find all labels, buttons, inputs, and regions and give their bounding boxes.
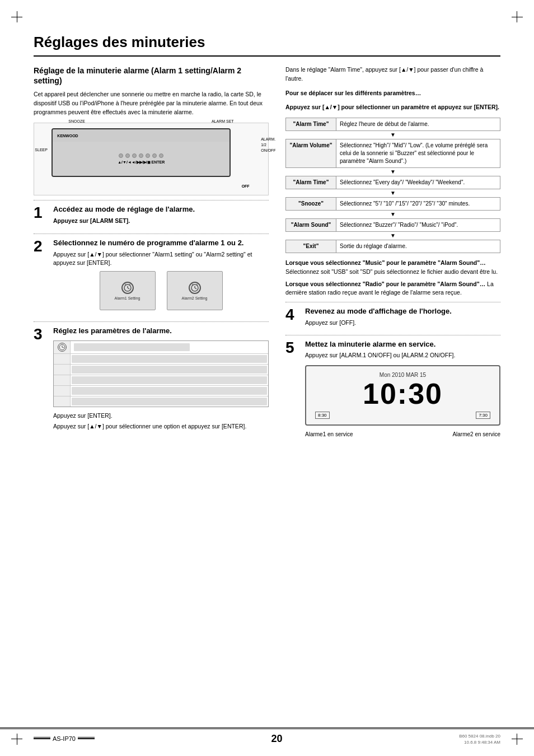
corner-mark-tl bbox=[11, 11, 22, 22]
step-4-number: 4 bbox=[285, 307, 299, 329]
step-4-content: Revenez au mode d'affichage de l'horloge… bbox=[305, 307, 500, 329]
param-desc-4: Sélectionnez "Buzzer"/ "Radio"/ "Music"/… bbox=[336, 219, 500, 232]
page-title: Réglages des minuteries bbox=[34, 34, 500, 57]
param-name-4: "Alarm Sound" bbox=[286, 219, 336, 232]
device-main-body: ▲/▼/◄◄/▶▶/▶/◼ ENTER bbox=[53, 142, 229, 176]
settings-bar bbox=[74, 343, 190, 351]
alarm-labels-row: Alarme1 en service Alarme2 en service bbox=[305, 431, 500, 437]
alarm-12: 1/2 bbox=[261, 142, 275, 148]
controls-label: ▲/▼/◄◄/▶▶/▶/◼ ENTER bbox=[118, 160, 165, 165]
section-title: Réglage de la minuterie alarme (Alarm 1 … bbox=[34, 66, 269, 86]
step-2-title: Sélectionnez le numéro de programme d'al… bbox=[53, 239, 269, 248]
footer-right: B60 5824 08.indb 20 10.6.8 9:48:34 AM bbox=[459, 732, 500, 745]
speaker-dot bbox=[159, 153, 163, 158]
settings-icon bbox=[54, 341, 71, 353]
footer-filename: B60 5824 08.indb 20 bbox=[459, 734, 500, 739]
settings-row-4 bbox=[54, 386, 268, 396]
device-top-bar: KENWOOD bbox=[53, 129, 229, 142]
settings-row-2 bbox=[54, 365, 268, 375]
step-1-sub: Appuyez sur [ALARM SET]. bbox=[53, 217, 269, 225]
note-1: Lorsque vous sélectionnez "Radio" pour l… bbox=[285, 280, 500, 298]
step-2-sub: Appuyez sur [▲/▼] pour sélectionner "Ala… bbox=[53, 250, 269, 267]
step-3-number: 3 bbox=[34, 326, 48, 432]
param-row-4: "Alarm Sound"Sélectionnez "Buzzer"/ "Rad… bbox=[286, 219, 500, 232]
settings-row-4-icon bbox=[54, 386, 71, 396]
alarm-2-time: 7:30 bbox=[476, 412, 490, 419]
right-intro-2: Pour se déplacer sur les différents para… bbox=[285, 89, 500, 98]
device-controls: ▲/▼/◄◄/▶▶/▶/◼ ENTER bbox=[118, 160, 165, 165]
clock-time: 10:30 bbox=[315, 379, 490, 408]
divider-right-1 bbox=[285, 302, 500, 302]
alarm2-en-service: Alarme2 en service bbox=[452, 431, 500, 437]
param-arrow-2: ▼ bbox=[286, 189, 500, 198]
param-row-1: "Alarm Volume"Sélectionnez "High"/ "Mid"… bbox=[286, 139, 500, 168]
param-desc-5: Sortie du réglage d'alarme. bbox=[336, 240, 500, 253]
alarm-1-time: 8:30 bbox=[315, 412, 330, 419]
clock-alarm-1: 8:30 bbox=[315, 412, 330, 419]
step-5-sub: Appuyez sur [ALARM.1 ON/OFF] ou [ALARM.2… bbox=[305, 351, 500, 360]
settings-bar-5 bbox=[72, 398, 267, 405]
param-row-2: "Alarm Time"Sélectionnez "Every day"/ "W… bbox=[286, 176, 500, 189]
svg-line-7 bbox=[195, 288, 196, 289]
param-name-5: "Exit" bbox=[286, 240, 336, 253]
step-3-title: Réglez les paramètres de l'alarme. bbox=[53, 326, 269, 336]
clock-alarm-2: 7:30 bbox=[476, 412, 490, 419]
clock-display: Mon 2010 MAR 15 10:30 8:30 7:30 bbox=[305, 365, 500, 426]
footer: AS-IP70 20 B60 5824 08.indb 20 10.6.8 9:… bbox=[0, 727, 534, 745]
settings-bar-4 bbox=[72, 387, 267, 395]
svg-rect-15 bbox=[78, 738, 95, 739]
settings-row-icon bbox=[54, 341, 268, 354]
footer-timestamp: 10.6.8 9:48:34 AM bbox=[459, 740, 500, 745]
svg-line-2 bbox=[128, 288, 129, 289]
param-desc-0: Réglez l'heure de début de l'alarme. bbox=[336, 118, 500, 131]
step-3-content: Réglez les paramètres de l'alarme. bbox=[53, 326, 269, 432]
settings-row-1-icon bbox=[54, 354, 71, 364]
step-4-title: Revenez au mode d'affichage de l'horloge… bbox=[305, 307, 500, 316]
clock-alarms: 8:30 7:30 bbox=[315, 412, 490, 419]
param-row-0: "Alarm Time"Réglez l'heure de début de l… bbox=[286, 118, 500, 131]
page-number: 20 bbox=[271, 733, 283, 745]
param-name-2: "Alarm Time" bbox=[286, 176, 336, 189]
param-desc-1: Sélectionnez "High"/ "Mid"/ "Low". (Le v… bbox=[336, 139, 500, 168]
corner-mark-tr bbox=[512, 11, 523, 22]
alarm-2-icon bbox=[189, 282, 201, 294]
speaker-dot bbox=[139, 153, 143, 158]
param-arrow-4: ▼ bbox=[286, 232, 500, 240]
divider-2 bbox=[34, 234, 269, 234]
alarm-screens: Alarm1 Setting bbox=[53, 271, 269, 310]
param-arrow-0: ▼ bbox=[286, 131, 500, 139]
content-columns: Réglage de la minuterie alarme (Alarm 1 … bbox=[34, 66, 500, 443]
device-diagram: SNOOZE ALARM SET SLEEP KENWOOD bbox=[34, 123, 269, 195]
step-2-number: 2 bbox=[34, 239, 48, 315]
settings-row-5-icon bbox=[54, 396, 71, 407]
settings-row-2-icon bbox=[54, 365, 71, 375]
snooze-label: SNOOZE bbox=[68, 119, 85, 123]
model-label: AS-IP70 bbox=[53, 735, 76, 742]
svg-line-12 bbox=[62, 347, 64, 348]
param-row-3: "Snooze"Sélectionnez "5"/ "10" /"15"/ "2… bbox=[286, 198, 500, 211]
device-body: KENWOOD bbox=[51, 128, 231, 177]
speaker-dot bbox=[125, 153, 130, 158]
right-column: Dans le réglage "Alarm Time", appuyez su… bbox=[285, 66, 500, 443]
intro-text: Cet appareil peut déclencher une sonneri… bbox=[34, 90, 269, 116]
settings-row-3-icon bbox=[54, 375, 71, 385]
alarm-screen-2: Alarm2 Setting bbox=[167, 271, 223, 310]
speaker-dot bbox=[152, 153, 157, 158]
param-name-0: "Alarm Time" bbox=[286, 118, 336, 131]
param-arrow-3: ▼ bbox=[286, 211, 500, 219]
right-intro-1: Dans le réglage "Alarm Time", appuyez su… bbox=[285, 66, 500, 83]
svg-rect-13 bbox=[34, 738, 50, 739]
param-row-5: "Exit"Sortie du réglage d'alarme. bbox=[286, 240, 500, 253]
settings-row-3 bbox=[54, 375, 268, 386]
svg-rect-14 bbox=[34, 737, 50, 738]
settings-row-5 bbox=[54, 396, 268, 407]
alarm-onoff: ON/OFF bbox=[261, 148, 275, 153]
alarm1-en-service: Alarme1 en service bbox=[305, 431, 353, 437]
step-1-number: 1 bbox=[34, 205, 48, 227]
alarm-screen-1: Alarm1 Setting bbox=[100, 271, 156, 310]
notes-container: Lorsque vous sélectionnez "Music" pour l… bbox=[285, 259, 500, 297]
settings-bar-1 bbox=[72, 355, 267, 363]
off-label: OFF bbox=[242, 184, 250, 188]
step-1-title: Accédez au mode de réglage de l'alarme. bbox=[53, 205, 269, 214]
step-5-title: Mettez la minuterie alarme en service. bbox=[305, 340, 500, 349]
